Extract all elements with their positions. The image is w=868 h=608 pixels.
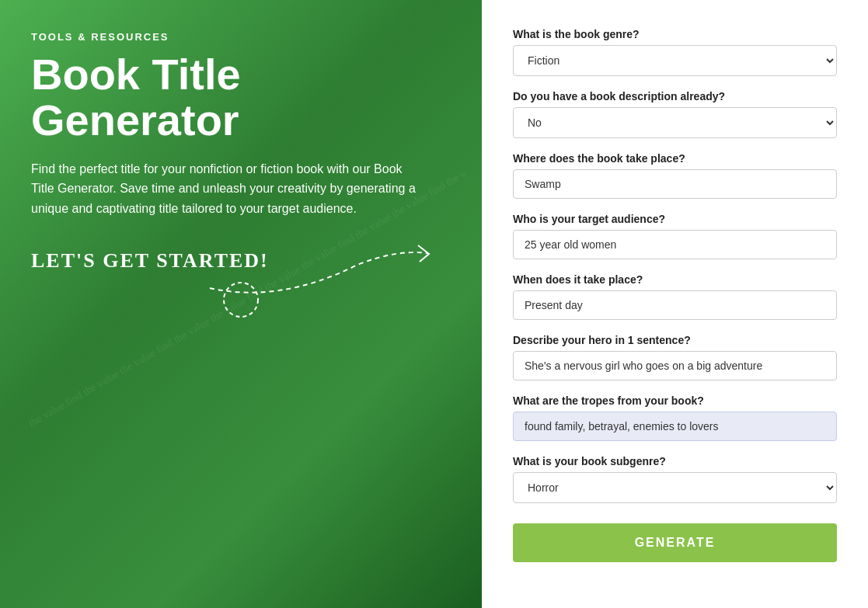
time-group: When does it take place?: [513, 273, 837, 320]
form-panel: What is the book genre? Fiction Non-Fict…: [482, 0, 868, 608]
location-group: Where does the book take place?: [513, 152, 837, 199]
tropes-label: What are the tropes from your book?: [513, 394, 837, 407]
left-panel: TOOLS & RESOURCES Book Title Generator F…: [0, 0, 482, 608]
tools-label: TOOLS & RESOURCES: [31, 31, 451, 43]
tropes-input[interactable]: [513, 412, 837, 441]
description-group: Do you have a book description already? …: [513, 90, 837, 138]
audience-input[interactable]: [513, 230, 837, 259]
tropes-group: What are the tropes from your book?: [513, 394, 837, 441]
description-select[interactable]: No Yes: [513, 107, 837, 138]
subgenre-group: What is your book subgenre? Horror Roman…: [513, 455, 837, 503]
hero-input[interactable]: [513, 351, 837, 380]
location-input[interactable]: [513, 169, 837, 199]
svg-point-0: [224, 283, 258, 317]
arrow-decoration: [202, 241, 451, 319]
cta-section: LET'S GET STARTED!: [31, 249, 451, 273]
hero-label: Describe your hero in 1 sentence?: [513, 334, 837, 346]
main-title: Book Title Generator: [31, 52, 451, 144]
genre-group: What is the book genre? Fiction Non-Fict…: [513, 28, 837, 76]
audience-label: Who is your target audience?: [513, 213, 837, 225]
description-text: Find the perfect title for your nonficti…: [31, 159, 420, 219]
time-label: When does it take place?: [513, 273, 837, 286]
audience-group: Who is your target audience?: [513, 213, 837, 259]
location-label: Where does the book take place?: [513, 152, 837, 165]
hero-group: Describe your hero in 1 sentence?: [513, 334, 837, 380]
subgenre-label: What is your book subgenre?: [513, 455, 837, 467]
subgenre-select[interactable]: Horror Romance Mystery Thriller Adventur…: [513, 472, 837, 503]
generate-button[interactable]: GENERATE: [513, 523, 837, 562]
time-input[interactable]: [513, 290, 837, 320]
genre-select[interactable]: Fiction Non-Fiction Fantasy Sci-Fi Roman…: [513, 45, 837, 76]
genre-label: What is the book genre?: [513, 28, 837, 40]
description-label: Do you have a book description already?: [513, 90, 837, 102]
